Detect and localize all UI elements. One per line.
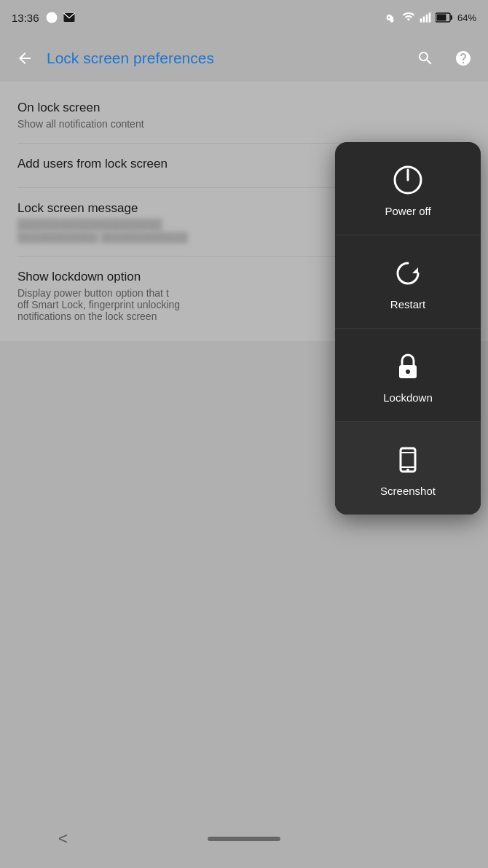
svg-rect-2 bbox=[420, 18, 422, 22]
svg-point-0 bbox=[46, 12, 57, 23]
svg-rect-7 bbox=[450, 15, 452, 20]
status-bar-left: 13:36 bbox=[12, 11, 76, 24]
svg-marker-11 bbox=[412, 267, 418, 273]
setting-item-on-lock-screen[interactable]: On lock screen Show all notification con… bbox=[0, 87, 488, 143]
nav-pill[interactable] bbox=[208, 837, 280, 841]
screenshot-item[interactable]: Screenshot bbox=[335, 422, 481, 515]
power-off-icon-container bbox=[390, 163, 425, 198]
svg-rect-3 bbox=[423, 17, 425, 23]
svg-rect-8 bbox=[436, 15, 446, 21]
spotify-icon bbox=[45, 11, 58, 24]
power-menu: Power off Restart Lockdown bbox=[335, 142, 481, 515]
power-off-item[interactable]: Power off bbox=[335, 142, 481, 235]
help-button[interactable] bbox=[447, 42, 479, 74]
svg-point-13 bbox=[406, 370, 410, 374]
on-lock-screen-subtitle: Show all notification content bbox=[17, 118, 471, 130]
battery-percent: 64% bbox=[457, 12, 476, 23]
power-off-icon bbox=[392, 164, 424, 196]
battery-icon bbox=[436, 12, 453, 23]
search-button[interactable] bbox=[409, 42, 441, 74]
restart-item[interactable]: Restart bbox=[335, 235, 481, 329]
status-icons-left bbox=[45, 11, 76, 24]
nav-back-button[interactable]: < bbox=[58, 829, 68, 848]
screenshot-icon bbox=[392, 444, 424, 476]
lockdown-label: Lockdown bbox=[383, 391, 433, 404]
bottom-nav: < bbox=[0, 810, 488, 868]
lockdown-item[interactable]: Lockdown bbox=[335, 329, 481, 422]
status-time: 13:36 bbox=[12, 12, 39, 24]
wifi-icon bbox=[402, 11, 415, 24]
svg-rect-14 bbox=[401, 448, 415, 472]
svg-rect-4 bbox=[426, 15, 428, 23]
signal-icon bbox=[420, 12, 431, 23]
on-lock-screen-title: On lock screen bbox=[17, 101, 471, 115]
vpn-icon bbox=[386, 12, 398, 23]
lockdown-icon bbox=[392, 351, 424, 383]
restart-label: Restart bbox=[390, 298, 425, 310]
svg-point-17 bbox=[406, 469, 409, 472]
back-button[interactable] bbox=[9, 42, 41, 74]
gmail-icon bbox=[63, 11, 76, 24]
lockdown-icon-container bbox=[390, 349, 425, 384]
restart-icon bbox=[392, 257, 424, 289]
power-off-label: Power off bbox=[385, 205, 430, 217]
screenshot-label: Screenshot bbox=[380, 485, 436, 497]
restart-icon-container bbox=[390, 256, 425, 291]
svg-rect-5 bbox=[429, 12, 431, 22]
status-bar: 13:36 64% bbox=[0, 0, 488, 35]
status-bar-right: 64% bbox=[386, 11, 476, 24]
screenshot-icon-container bbox=[390, 442, 425, 477]
toolbar: Lock screen preferences bbox=[0, 35, 488, 82]
page-title: Lock screen preferences bbox=[47, 50, 404, 67]
